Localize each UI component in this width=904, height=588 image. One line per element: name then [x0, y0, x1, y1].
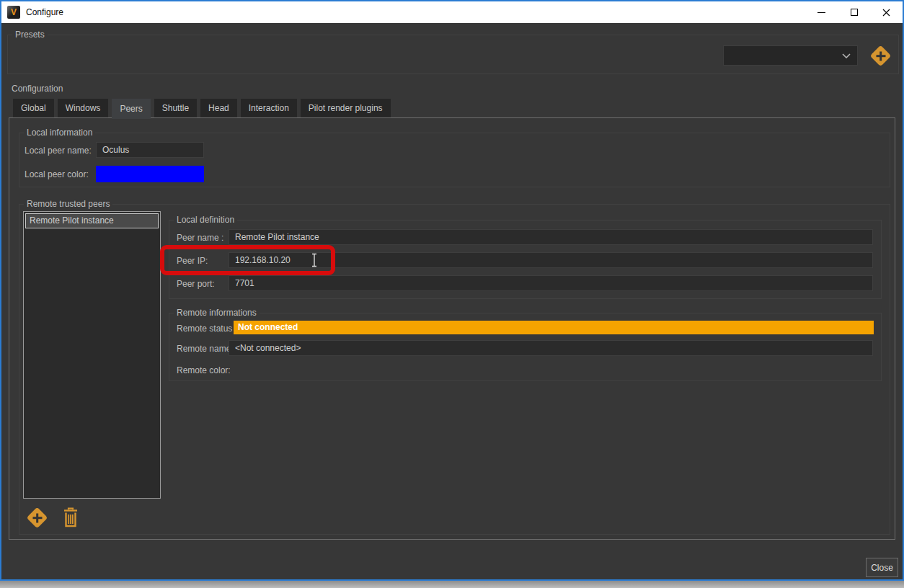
peer-port-input[interactable]	[229, 275, 873, 291]
local-peer-color-label: Local peer color:	[25, 169, 89, 179]
peer-name-input[interactable]	[229, 229, 873, 245]
peer-port-label: Peer port:	[177, 279, 215, 289]
add-peer-button[interactable]	[25, 506, 48, 529]
screen: V Configure Presets	[0, 0, 904, 588]
tab-global[interactable]: Global	[13, 99, 54, 117]
close-icon	[882, 9, 890, 17]
add-preset-icon	[869, 45, 891, 66]
tab-pilot-render-plugins[interactable]: Pilot render plugins	[301, 99, 391, 117]
close-window-button[interactable]	[870, 1, 903, 23]
maximize-icon	[851, 9, 858, 16]
trash-icon	[63, 507, 79, 527]
minimize-icon	[817, 12, 825, 13]
remote-status-value: Not connected	[234, 321, 874, 334]
tab-windows[interactable]: Windows	[58, 99, 109, 117]
minimize-button[interactable]	[805, 1, 838, 23]
close-button[interactable]: Close	[866, 558, 898, 577]
tab-peers[interactable]: Peers	[112, 99, 150, 119]
remote-trusted-peers-group-label: Remote trusted peers	[24, 199, 112, 210]
local-information-group-label: Local information	[24, 128, 95, 138]
remote-peers-listbox[interactable]: Remote Pilot instance	[23, 211, 161, 499]
tab-shuttle[interactable]: Shuttle	[154, 99, 197, 117]
peer-name-label: Peer name :	[177, 233, 223, 243]
configuration-tabs: Global Windows Peers Shuttle Head Intera…	[13, 99, 391, 117]
delete-peer-button[interactable]	[60, 505, 81, 530]
tab-head[interactable]: Head	[200, 99, 237, 117]
add-preset-button[interactable]	[869, 44, 892, 67]
local-definition-group-label: Local definition	[174, 215, 237, 226]
presets-group-label: Presets	[12, 30, 48, 40]
remote-status-label: Remote status	[177, 324, 232, 334]
tab-interaction[interactable]: Interaction	[241, 99, 297, 117]
remote-name-label: Remote name:	[177, 344, 234, 354]
chevron-down-icon	[842, 53, 851, 58]
peer-ip-label: Peer IP:	[177, 256, 208, 266]
remote-name-input[interactable]	[229, 340, 873, 356]
configure-window: V Configure Presets	[0, 0, 904, 581]
local-peer-color-swatch[interactable]	[96, 166, 204, 182]
local-peer-name-label: Local peer name:	[25, 146, 92, 156]
titlebar[interactable]: V Configure	[1, 1, 903, 23]
local-peer-name-input[interactable]	[96, 142, 204, 158]
presets-dropdown[interactable]	[723, 45, 858, 66]
window-title: Configure	[26, 1, 63, 23]
desktop-strip	[0, 581, 904, 588]
remote-color-label: Remote color:	[177, 365, 231, 375]
app-icon: V	[7, 6, 20, 19]
configuration-group-label: Configuration	[12, 84, 63, 94]
peer-ip-input[interactable]	[229, 252, 873, 268]
list-item-remote-pilot-instance[interactable]: Remote Pilot instance	[25, 213, 159, 228]
maximize-button[interactable]	[838, 1, 870, 23]
add-peer-icon	[26, 507, 48, 528]
window-controls	[805, 1, 903, 23]
remote-informations-group-label: Remote informations	[174, 308, 260, 318]
